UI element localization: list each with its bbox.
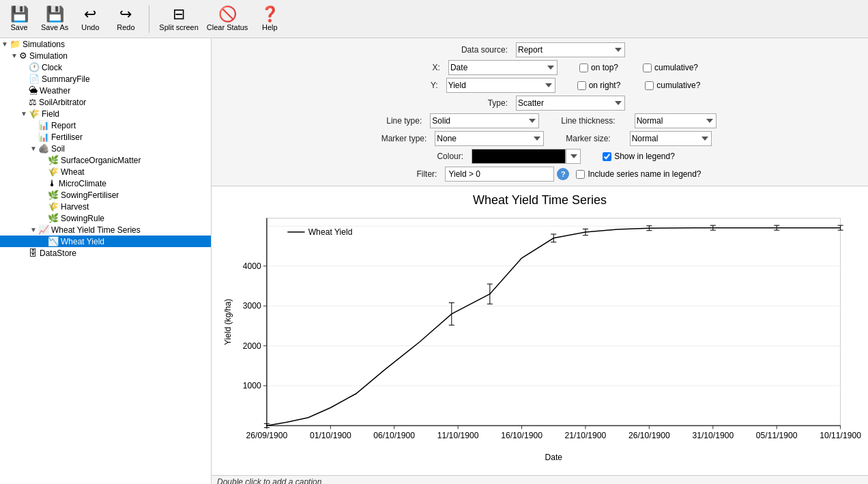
tree-toggle: ▼ — [19, 110, 29, 117]
sidebar-item-sowingrule[interactable]: 🌿SowingRule — [0, 212, 211, 224]
clear-status-label: Clear Status — [207, 23, 248, 31]
sidebar-item-simulation[interactable]: ▼⚙Simulation — [0, 50, 211, 61]
sidebar: ▼📁Simulations▼⚙Simulation🕐Clock📄SummaryF… — [0, 38, 212, 484]
tree-label: Wheat Yield — [61, 237, 104, 246]
undo-button[interactable]: ↩ Undo — [76, 7, 104, 31]
redo-label: Redo — [117, 23, 134, 31]
svg-text:05/11/1900: 05/11/1900 — [756, 431, 798, 440]
svg-text:16/10/1900: 16/10/1900 — [501, 431, 542, 440]
sidebar-item-fertiliser[interactable]: 📊Fertiliser — [0, 131, 211, 143]
sidebar-item-clock[interactable]: 🕐Clock — [0, 61, 211, 73]
filter-label: Filter: — [378, 169, 439, 179]
sidebar-item-wheat-yield[interactable]: 📉Wheat Yield — [0, 236, 211, 247]
sidebar-item-weather[interactable]: 🌦Weather — [0, 85, 211, 96]
tree-label: Soil — [51, 144, 65, 154]
filter-help-button[interactable]: ? — [557, 168, 569, 180]
tree-node-icon: 🕐 — [29, 62, 40, 72]
colour-label: Colour: — [405, 152, 466, 161]
sidebar-item-harvest[interactable]: 🌾Harvest — [0, 201, 211, 212]
svg-text:Yield (kg/ha): Yield (kg/ha) — [223, 299, 233, 345]
markertype-label: Marker type: — [368, 134, 429, 143]
statusbar-text: Double click to add a caption — [217, 477, 321, 484]
svg-text:1000: 1000 — [243, 381, 261, 390]
onright-checkbox[interactable] — [577, 81, 586, 90]
sidebar-item-soil[interactable]: ▼🪨Soil — [0, 143, 211, 154]
svg-text:Date: Date — [545, 453, 562, 462]
includeseriesname-checkbox[interactable] — [576, 170, 585, 179]
help-icon: ❓ — [261, 7, 279, 22]
tree-label: SowingFertiliser — [61, 190, 119, 200]
svg-text:26/10/1900: 26/10/1900 — [628, 431, 670, 440]
tree-node-icon: 🌾 — [29, 109, 40, 119]
redo-button[interactable]: ↪ Redo — [112, 7, 139, 31]
tree-node-icon: 📄 — [29, 74, 40, 84]
tree-label: Clock — [42, 63, 62, 72]
y-label: Y: — [379, 81, 441, 90]
markersize-select[interactable]: Normal Small Large — [630, 131, 712, 146]
sidebar-item-summaryfile[interactable]: 📄SummaryFile — [0, 73, 211, 85]
markersize-label: Marker size: — [566, 134, 613, 143]
svg-rect-0 — [267, 218, 841, 426]
x-row: X: Date on top? cumulative? — [381, 60, 698, 75]
ontop-checkbox[interactable] — [579, 63, 588, 72]
datasource-select[interactable]: Report — [516, 42, 625, 57]
markertype-row: Marker type: None Circle Marker size: No… — [368, 131, 711, 146]
svg-text:10/11/1900: 10/11/1900 — [820, 431, 861, 440]
type-label: Type: — [449, 98, 510, 108]
save-as-label: Save As — [41, 23, 68, 31]
chart-area: Wheat Yield Time Series 1000200030004000… — [212, 186, 868, 475]
linetype-label: Line type: — [363, 116, 424, 126]
showinlegend-checkbox[interactable] — [603, 152, 611, 161]
undo-label: Undo — [81, 23, 99, 31]
sidebar-item-field[interactable]: ▼🌾Field — [0, 108, 211, 119]
tree-label: Simulation — [29, 51, 68, 61]
sidebar-item-simulations[interactable]: ▼📁Simulations — [0, 38, 211, 50]
tree-toggle: ▼ — [29, 226, 38, 233]
svg-text:21/10/1900: 21/10/1900 — [565, 431, 607, 440]
ontop-label: on top? — [591, 63, 618, 72]
colour-row: Colour: Show in legend? — [405, 149, 675, 164]
type-select[interactable]: Scatter Line Bar — [516, 96, 625, 111]
sidebar-item-sowingfertiliser[interactable]: 🌿SowingFertiliser — [0, 189, 211, 201]
svg-text:26/09/1900: 26/09/1900 — [246, 431, 288, 440]
cumulative2-label: cumulative? — [656, 81, 700, 90]
sidebar-item-microclimate[interactable]: 🌡MicroClimate — [0, 177, 211, 189]
chart-svg: 100020003000400026/09/190001/10/190006/1… — [218, 210, 861, 468]
x-select[interactable]: Date — [448, 60, 558, 75]
onright-group: on right? — [577, 81, 621, 90]
save-as-button[interactable]: 💾 Save As — [41, 7, 68, 31]
cumulative1-checkbox[interactable] — [643, 63, 652, 72]
svg-text:06/10/1900: 06/10/1900 — [373, 431, 415, 440]
includeseriesname-group: Include series name in legend? — [576, 169, 701, 179]
sidebar-item-report[interactable]: 📊Report — [0, 119, 211, 131]
colour-dropdown[interactable] — [566, 149, 581, 164]
tree-node-icon: 🌾 — [48, 201, 59, 212]
datasource-label: Data source: — [449, 45, 510, 55]
sidebar-item-surfaceorganicmatter[interactable]: 🌿SurfaceOrganicMatter — [0, 154, 211, 166]
tree-label: SoilArbitrator — [39, 98, 86, 107]
tree-label: Wheat — [61, 167, 85, 177]
save-button[interactable]: 💾 Save — [5, 7, 33, 31]
sidebar-item-wheat-yield-ts[interactable]: ▼📈Wheat Yield Time Series — [0, 224, 211, 236]
cumulative2-checkbox[interactable] — [645, 81, 654, 90]
tree-node-icon: 📈 — [38, 225, 49, 235]
tree-toggle: ▼ — [0, 40, 10, 48]
y-select[interactable]: Yield — [446, 78, 555, 93]
x-label: X: — [381, 63, 443, 72]
sidebar-item-datastore[interactable]: 🗄DataStore — [0, 247, 211, 259]
filter-input[interactable] — [445, 167, 554, 182]
sidebar-item-wheat[interactable]: 🌾Wheat — [0, 166, 211, 177]
linethickness-select[interactable]: Normal Thin Thick — [635, 113, 717, 128]
right-panel: Data source: Report X: Date — [212, 38, 868, 484]
sidebar-item-soilarbitrator[interactable]: ⚖SoilArbitrator — [0, 96, 211, 108]
tree-node-icon: 📉 — [48, 236, 59, 246]
markertype-select[interactable]: None Circle — [435, 131, 544, 146]
colour-swatch[interactable] — [472, 149, 566, 164]
clear-status-button[interactable]: 🚫 Clear Status — [207, 7, 248, 31]
svg-text:2000: 2000 — [243, 341, 261, 351]
tree-label: SummaryFile — [42, 74, 90, 84]
split-screen-button[interactable]: ⊟ Split screen — [159, 7, 198, 31]
linetype-select[interactable]: Solid Dashed — [430, 113, 539, 128]
help-button[interactable]: ❓ Help — [256, 7, 283, 31]
tree-label: MicroClimate — [59, 179, 106, 188]
